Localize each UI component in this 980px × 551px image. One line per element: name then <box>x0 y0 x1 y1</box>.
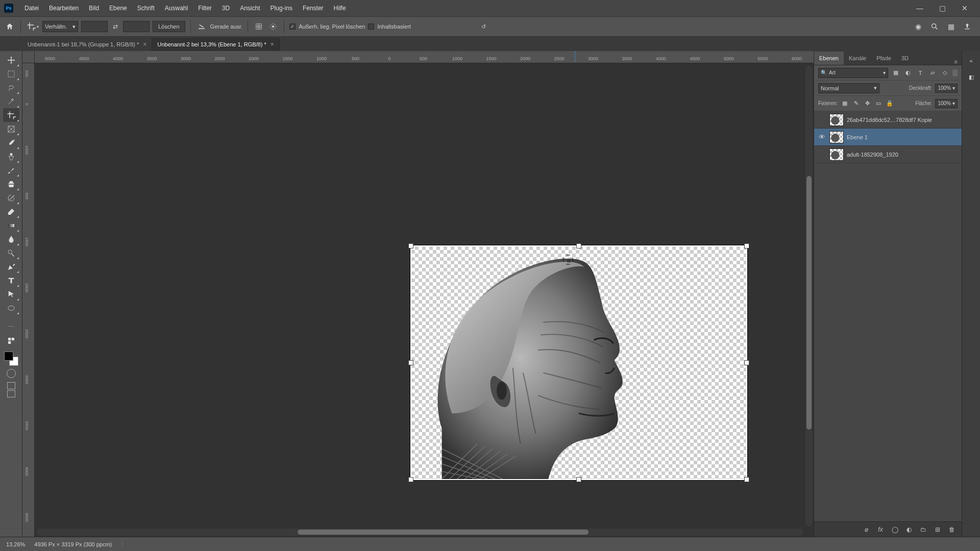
clone-stamp-tool[interactable] <box>3 177 19 191</box>
healing-brush-tool[interactable] <box>3 149 19 163</box>
group-icon[interactable]: 🗀 <box>919 525 928 534</box>
layer-filter-search[interactable]: 🔍 Art ▾ <box>818 68 888 78</box>
tab-channels[interactable]: Kanäle <box>844 52 871 65</box>
layer-item[interactable]: adult-1852908_1920 <box>814 146 962 163</box>
reset-crop-button[interactable]: ↺ <box>478 21 489 32</box>
filter-pixel-icon[interactable]: ▦ <box>891 68 900 78</box>
layer-name-label[interactable]: 26ab471dd8dc52…7828df7 Kopie <box>847 117 932 123</box>
content-aware-checkbox[interactable] <box>368 23 374 30</box>
screen-mode-button-2[interactable] <box>7 390 15 397</box>
menu-schrift[interactable]: Schrift <box>132 3 160 14</box>
home-button[interactable] <box>4 21 15 32</box>
vertical-scrollbar-thumb[interactable] <box>806 176 812 430</box>
crop-width-input[interactable] <box>81 21 108 32</box>
edit-toolbar[interactable] <box>3 334 19 347</box>
canvas-area[interactable]: 5000450040003500300025002000150010005000… <box>22 51 814 537</box>
lock-pixels-icon[interactable]: ✎ <box>852 99 860 108</box>
eraser-tool[interactable] <box>3 205 19 218</box>
menu-bearbeiten[interactable]: Bearbeiten <box>44 3 84 14</box>
lock-transparency-icon[interactable]: ▦ <box>841 99 849 108</box>
menu-ansicht[interactable]: Ansicht <box>235 3 265 14</box>
color-swatches[interactable] <box>4 352 18 366</box>
history-brush-tool[interactable] <box>3 191 19 205</box>
type-tool[interactable] <box>3 273 19 287</box>
maximize-button[interactable]: ▢ <box>931 1 953 16</box>
move-tool[interactable] <box>3 53 19 67</box>
gradient-tool[interactable] <box>3 218 19 232</box>
lock-artboard-icon[interactable]: ▭ <box>874 99 883 108</box>
horizontal-scrollbar-thumb[interactable] <box>298 530 589 535</box>
eyedropper-tool[interactable] <box>3 136 19 149</box>
crop-handle-b[interactable] <box>576 477 581 482</box>
clear-button[interactable]: Löschen <box>153 21 185 32</box>
document-info[interactable]: 4936 Px × 3319 Px (300 ppcm) <box>34 541 112 547</box>
marquee-tool[interactable] <box>3 67 19 81</box>
menu-3d[interactable]: 3D <box>217 3 235 14</box>
more-tools[interactable]: ⋯ <box>3 320 19 334</box>
tab-paths[interactable]: Pfade <box>871 52 896 65</box>
frame-tool[interactable] <box>3 122 19 136</box>
layer-fx-icon[interactable]: fx <box>876 525 885 534</box>
layer-mask-icon[interactable]: ◯ <box>890 525 899 534</box>
crop-tool-indicator[interactable]: ▾ <box>26 20 39 33</box>
ruler-origin[interactable] <box>22 51 35 63</box>
tab-3d[interactable]: 3D <box>896 52 914 65</box>
close-button[interactable]: ✕ <box>953 1 976 16</box>
straighten-label[interactable]: Gerade ausr. <box>210 23 243 30</box>
menu-hilfe[interactable]: Hilfe <box>329 3 351 14</box>
aspect-ratio-dropdown[interactable]: Verhältn.▾ <box>42 21 78 32</box>
layer-thumbnail[interactable] <box>829 148 844 161</box>
tab-layers[interactable]: Ebenen <box>814 52 844 65</box>
crop-tool[interactable] <box>3 108 19 122</box>
lasso-tool[interactable] <box>3 81 19 94</box>
overlay-grid-button[interactable] <box>253 21 264 32</box>
crop-height-input[interactable] <box>123 21 150 32</box>
close-tab-icon[interactable]: × <box>143 41 146 48</box>
foreground-color-swatch[interactable] <box>4 352 13 361</box>
crop-handle-tl[interactable] <box>408 243 413 248</box>
lock-all-icon[interactable]: 🔒 <box>886 99 894 108</box>
layer-item[interactable]: 👁Ebene 1 <box>814 129 962 146</box>
delete-cropped-checkbox[interactable] <box>289 23 296 30</box>
search-icon[interactable] <box>930 22 939 31</box>
link-layers-icon[interactable]: ⌀ <box>862 525 871 534</box>
crop-handle-bl[interactable] <box>408 477 413 482</box>
menu-datei[interactable]: Datei <box>19 3 44 14</box>
crop-handle-l[interactable] <box>408 360 413 365</box>
close-tab-icon[interactable]: × <box>271 41 274 48</box>
minimize-button[interactable]: — <box>909 1 931 16</box>
blend-mode-dropdown[interactable]: Normal▾ <box>818 83 879 93</box>
layer-thumbnail[interactable] <box>829 114 844 126</box>
brush-tool[interactable] <box>3 163 19 177</box>
cloud-docs-icon[interactable]: ◉ <box>914 22 923 31</box>
collapse-arrow-icon[interactable]: « <box>966 55 977 66</box>
path-selection-tool[interactable] <box>3 287 19 301</box>
menu-auswahl[interactable]: Auswahl <box>160 3 193 14</box>
menu-plug-ins[interactable]: Plug-ins <box>265 3 298 14</box>
blur-tool[interactable] <box>3 232 19 246</box>
filter-shape-icon[interactable]: ▱ <box>928 68 937 78</box>
document-tab[interactable]: Unbenannt-1 bei 18,7% (Gruppe 1, RGB/8) … <box>22 38 152 51</box>
properties-panel-icon[interactable]: ◧ <box>966 71 977 83</box>
crop-handle-br[interactable] <box>744 477 749 482</box>
opacity-input[interactable]: 100%▾ <box>935 84 958 93</box>
pen-tool[interactable] <box>3 260 19 273</box>
share-icon[interactable] <box>963 22 972 31</box>
delete-layer-icon[interactable]: 🗑 <box>947 525 957 534</box>
crop-handle-t[interactable] <box>576 243 581 248</box>
menu-filter[interactable]: Filter <box>193 3 217 14</box>
lock-position-icon[interactable]: ✥ <box>863 99 871 108</box>
panel-menu-button[interactable]: ≡ <box>950 59 962 65</box>
horizontal-ruler[interactable]: 5000450040003500300025002000150010005000… <box>35 51 814 63</box>
magic-wand-tool[interactable] <box>3 94 19 108</box>
filter-type-icon[interactable]: T <box>916 68 925 78</box>
quick-mask-button[interactable] <box>7 369 16 378</box>
dodge-tool[interactable] <box>3 246 19 260</box>
layer-thumbnail[interactable] <box>829 131 844 143</box>
filter-smart-icon[interactable]: ◇ <box>940 68 949 78</box>
swap-dimensions-button[interactable]: ⇄ <box>111 22 120 31</box>
vertical-ruler[interactable]: 200010005001500200025003000350040004500 <box>22 63 35 537</box>
menu-bild[interactable]: Bild <box>84 3 104 14</box>
filter-adjustment-icon[interactable]: ◐ <box>903 68 913 78</box>
screen-mode-button[interactable] <box>7 382 15 389</box>
